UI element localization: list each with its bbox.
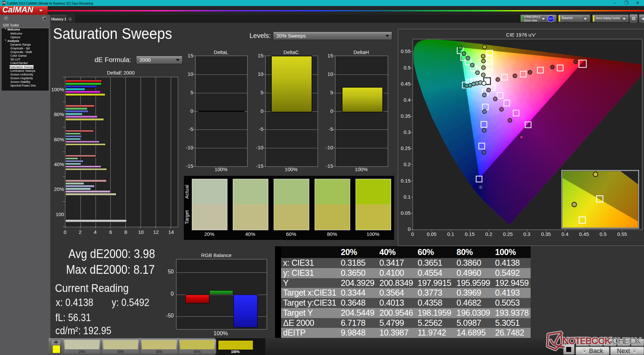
svg-text:CHECK: CHECK (612, 336, 642, 346)
svg-text:NOTEBOOK: NOTEBOOK (562, 336, 611, 346)
